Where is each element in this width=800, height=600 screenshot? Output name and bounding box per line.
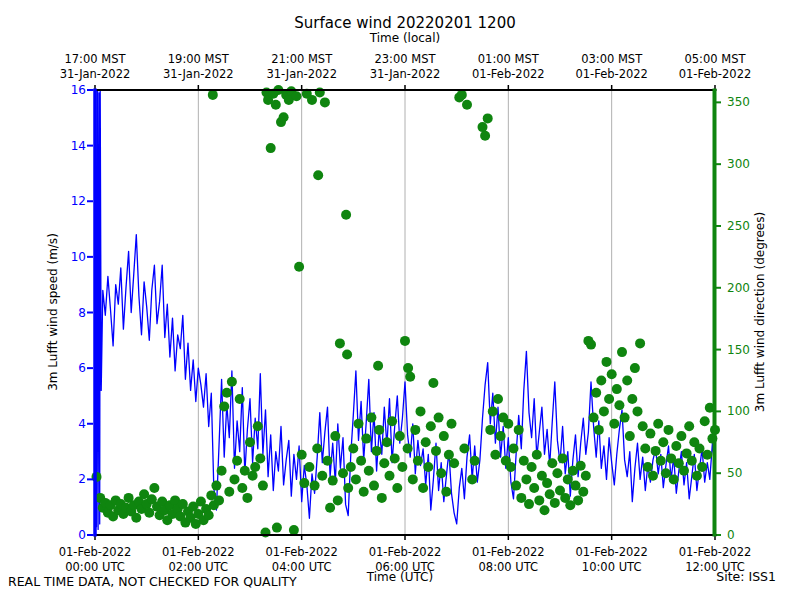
wind-direction-dot: [335, 338, 345, 348]
wind-direction-dot: [527, 462, 537, 472]
bottom-tick-date-label: 01-Feb-2022: [575, 545, 648, 559]
right-tick-label: 200: [727, 281, 750, 295]
wind-direction-dot: [312, 444, 322, 454]
wind-direction-dot: [328, 476, 338, 486]
wind-direction-dot: [294, 262, 304, 272]
wind-direction-dot: [320, 97, 330, 107]
top-tick-time-label: 21:00 MST: [271, 52, 333, 66]
wind-direction-dot: [467, 474, 477, 484]
wind-direction-dot: [408, 474, 418, 484]
wind-direction-dot: [679, 466, 689, 476]
wind-direction-dot: [351, 474, 361, 484]
wind-direction-dot: [596, 376, 606, 386]
top-tick-time-label: 19:00 MST: [168, 52, 230, 66]
wind-direction-dot: [341, 210, 351, 220]
wind-direction-dot: [648, 471, 658, 481]
wind-direction-dot: [449, 458, 459, 468]
wind-direction-dot: [550, 498, 560, 508]
wind-direction-dot: [266, 143, 276, 153]
wind-direction-dot: [310, 481, 320, 491]
wind-direction-dot: [607, 369, 617, 379]
site-label: Site: ISS1: [716, 569, 776, 584]
wind-direction-dot: [514, 425, 524, 435]
wind-direction-dot: [540, 505, 550, 515]
wind-direction-dot: [304, 462, 314, 472]
wind-direction-dot: [232, 456, 242, 466]
wind-direction-dot: [640, 444, 650, 454]
wind-direction-dot: [534, 495, 544, 505]
left-tick-label: 8: [78, 306, 86, 320]
wind-direction-dot: [204, 510, 214, 520]
wind-direction-dot: [307, 95, 317, 105]
top-tick-date-label: 31-Jan-2022: [266, 67, 337, 81]
wind-direction-dot: [317, 471, 327, 481]
wind-direction-dot: [379, 458, 389, 468]
wind-direction-dot: [372, 446, 382, 456]
top-tick-time-label: 17:00 MST: [64, 52, 126, 66]
wind-direction-dot: [366, 413, 376, 423]
wind-direction-dot: [658, 437, 668, 447]
top-tick-time-label: 03:00 MST: [581, 52, 643, 66]
wind-direction-dot: [576, 461, 586, 471]
wind-direction-dot: [692, 471, 702, 481]
wind-direction-dot: [625, 431, 635, 441]
chart-title: Surface wind 20220201 1200: [294, 14, 515, 32]
wind-direction-dot: [346, 462, 356, 472]
bottom-tick-date-label: 01-Feb-2022: [679, 545, 752, 559]
top-tick-date-label: 01-Feb-2022: [472, 67, 545, 81]
wind-direction-dot: [431, 446, 441, 456]
disclaimer-text: REAL TIME DATA, NOT CHECKED FOR QUALITY: [8, 574, 297, 589]
wind-direction-dot: [356, 456, 366, 466]
wind-direction-dot: [421, 437, 431, 447]
wind-direction-dot: [272, 523, 282, 533]
wind-direction-dot: [478, 122, 488, 132]
right-tick-label: 100: [727, 404, 750, 418]
bottom-tick-date-label: 01-Feb-2022: [162, 545, 235, 559]
wind-direction-dot: [470, 456, 480, 466]
left-tick-label: 14: [71, 139, 86, 153]
wind-direction-dot: [364, 466, 374, 476]
wind-direction-dot: [235, 394, 245, 404]
wind-direction-dot: [558, 453, 568, 463]
wind-direction-dot: [342, 350, 352, 360]
wind-direction-dot: [313, 170, 323, 180]
bottom-tick-date-label: 01-Feb-2022: [369, 545, 442, 559]
wind-direction-dot: [480, 131, 490, 141]
wind-direction-dot: [217, 466, 227, 476]
wind-direction-dot: [416, 406, 426, 416]
wind-direction-dot: [684, 421, 694, 431]
left-tick-label: 10: [71, 250, 86, 264]
wind-direction-dot: [493, 394, 503, 404]
wind-direction-dot: [622, 376, 632, 386]
wind-direction-dot: [245, 437, 255, 447]
wind-direction-dot: [627, 394, 637, 404]
left-tick-label: 2: [78, 472, 86, 486]
wind-direction-dot: [578, 487, 588, 497]
wind-direction-dot: [462, 100, 472, 110]
surface-wind-chart-figure: 17:00 MST31-Jan-202219:00 MST31-Jan-2022…: [0, 0, 800, 600]
wind-direction-dot: [661, 468, 671, 478]
wind-direction-dot: [208, 90, 218, 100]
top-tick-date-label: 31-Jan-2022: [60, 67, 131, 81]
bottom-tick-date-label: 01-Feb-2022: [265, 545, 338, 559]
wind-direction-dot: [552, 468, 562, 478]
wind-direction-dot: [426, 421, 436, 431]
wind-direction-dot: [529, 483, 539, 493]
wind-direction-dot: [333, 495, 343, 505]
wind-direction-dot: [532, 450, 542, 460]
wind-direction-dot: [369, 481, 379, 491]
left-tick-label: 0: [78, 528, 86, 542]
wind-direction-dot: [700, 416, 710, 426]
wind-direction-dot: [599, 406, 609, 416]
wind-direction-dot: [258, 481, 268, 491]
wind-direction-dot: [614, 400, 624, 410]
wind-direction-dot: [490, 450, 500, 460]
wind-direction-dot: [697, 462, 707, 472]
wind-direction-dot: [457, 90, 467, 100]
wind-direction-dot: [323, 456, 333, 466]
bottom-tick-time-label: 04:00 UTC: [272, 560, 332, 574]
wind-direction-dot: [227, 377, 237, 387]
wind-direction-dot: [441, 487, 451, 497]
wind-direction-dot: [330, 431, 340, 441]
wind-direction-dot: [630, 363, 640, 373]
